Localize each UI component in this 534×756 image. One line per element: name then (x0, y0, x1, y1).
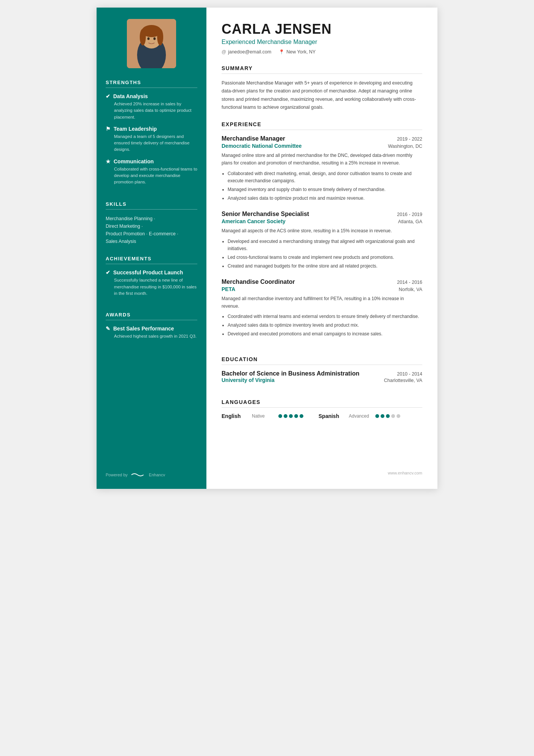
lang-dots-english (278, 414, 303, 418)
edu-subheader-1: University of Virginia Charlottesville, … (222, 377, 422, 383)
exp-header-1: Merchandise Manager 2019 - 2022 (222, 135, 422, 142)
dot-es-2 (381, 414, 384, 418)
summary-section: SUMMARY Passionate Merchandise Manager w… (222, 65, 422, 111)
strength-desc-1: Achieved 20% increase in sales by analyz… (106, 101, 197, 121)
exp-bullets-2: Developed and executed a merchandising s… (222, 238, 422, 270)
languages-section: LANGUAGES English Native Spanish Advanc (222, 399, 422, 419)
website-url: www.enhancv.com (388, 471, 422, 475)
exp-subheader-1: Democratic National Committee Washington… (222, 143, 422, 149)
strength-desc-3: Collaborated with cross-functional teams… (106, 166, 197, 186)
experience-entry-1: Merchandise Manager 2019 - 2022 Democrat… (222, 135, 422, 202)
exp-subheader-2: American Cancer Society Atlanta, GA (222, 218, 422, 224)
resume-container: STRENGTHS ✔ Data Analysis Achieved 20% i… (97, 8, 437, 489)
photo-container (106, 19, 197, 68)
award-desc-1: Achieved highest sales growth in 2021 Q3… (106, 333, 197, 340)
strength-desc-2: Managed a team of 5 designers and ensure… (106, 133, 197, 153)
exp-location-2: Atlanta, GA (398, 219, 422, 224)
experience-entry-3: Merchandise Coordinator 2014 - 2016 PETA… (222, 279, 422, 338)
experience-section: EXPERIENCE Merchandise Manager 2019 - 20… (222, 121, 422, 346)
skill-item-3: Product Promotion · E-commerce · (106, 230, 197, 238)
contact-row: @ janedoe@email.com 📍 New York, NY (222, 49, 422, 55)
dot-es-1 (375, 414, 379, 418)
exp-role-2: Senior Merchandise Specialist (222, 211, 309, 218)
pencil-icon: ✎ (106, 326, 110, 332)
edu-location-1: Charlottesville, VA (384, 378, 422, 383)
exp-location-1: Washington, DC (388, 144, 422, 149)
education-section-title: EDUCATION (222, 356, 422, 365)
edu-degree-1: Bachelor of Science in Business Administ… (222, 370, 359, 377)
dot-en-1 (278, 414, 282, 418)
exp-dates-1: 2019 - 2022 (397, 136, 422, 142)
education-section: EDUCATION Bachelor of Science in Busines… (222, 356, 422, 389)
checkmark-icon-1: ✔ (106, 93, 110, 99)
strengths-section: STRENGTHS ✔ Data Analysis Achieved 20% i… (106, 80, 197, 191)
exp-dates-3: 2014 - 2016 (397, 280, 422, 285)
dot-es-3 (386, 414, 390, 418)
dot-en-2 (284, 414, 287, 418)
summary-text: Passionate Merchandise Manager with 5+ y… (222, 79, 422, 111)
bullet-3-3: Developed and executed promotions and em… (228, 330, 422, 338)
candidate-title: Experienced Merchandise Manager (222, 39, 422, 45)
lang-level-spanish: Advanced (349, 413, 372, 419)
sidebar: STRENGTHS ✔ Data Analysis Achieved 20% i… (97, 8, 206, 489)
strength-title-3: ★ Communication (106, 158, 197, 164)
email-icon: @ (222, 49, 226, 55)
exp-desc-3: Managed all merchandise inventory and fu… (222, 295, 422, 310)
checkmark-icon-2: ✔ (106, 269, 110, 275)
skills-title: SKILLS (106, 201, 197, 210)
location-icon: 📍 (279, 49, 284, 55)
svg-point-5 (157, 29, 163, 45)
flag-icon: ⚑ (106, 126, 111, 132)
strength-title-2: ⚑ Team Leadership (106, 126, 197, 132)
award-item-1: ✎ Best Sales Performance Achieved highes… (106, 326, 197, 340)
language-spanish: Spanish Advanced (319, 413, 400, 419)
education-entry-1: Bachelor of Science in Business Administ… (222, 370, 422, 383)
dot-en-4 (294, 414, 298, 418)
exp-bullets-3: Coordinated with internal teams and exte… (222, 313, 422, 338)
achievement-title-1: ✔ Successful Product Launch (106, 269, 197, 275)
lang-level-english: Native (252, 413, 275, 419)
dot-es-5 (397, 414, 400, 418)
achievement-desc-1: Successfully launched a new line of merc… (106, 277, 197, 297)
skill-item-2: Direct Marketing · (106, 222, 197, 230)
exp-dates-2: 2016 - 2019 (397, 212, 422, 217)
lang-dots-spanish (375, 414, 400, 418)
strength-item-2: ⚑ Team Leadership Managed a team of 5 de… (106, 126, 197, 153)
exp-desc-2: Managed all aspects of the ACS online st… (222, 227, 422, 235)
exp-org-3: PETA (222, 286, 235, 292)
strength-item-3: ★ Communication Collaborated with cross-… (106, 158, 197, 186)
bullet-1-1: Collaborated with direct marketing, emai… (228, 170, 422, 185)
lang-name-english: English (222, 413, 248, 419)
main-content: CARLA JENSEN Experienced Merchandise Man… (206, 8, 437, 489)
award-title-1: ✎ Best Sales Performance (106, 326, 197, 332)
exp-org-1: Democratic National Committee (222, 143, 302, 149)
awards-title: AWARDS (106, 312, 197, 320)
exp-header-3: Merchandise Coordinator 2014 - 2016 (222, 279, 422, 285)
languages-section-title: LANGUAGES (222, 399, 422, 408)
main-footer: www.enhancv.com (222, 463, 422, 475)
experience-entry-2: Senior Merchandise Specialist 2016 - 201… (222, 211, 422, 270)
experience-section-title: EXPERIENCE (222, 121, 422, 130)
svg-point-4 (140, 29, 146, 45)
candidate-name: CARLA JENSEN (222, 21, 422, 37)
edu-dates-1: 2010 - 2014 (397, 371, 422, 377)
languages-row: English Native Spanish Advanced (222, 413, 422, 419)
edu-school-1: University of Virginia (222, 377, 275, 383)
exp-bullets-1: Collaborated with direct marketing, emai… (222, 170, 422, 202)
dot-en-5 (300, 414, 303, 418)
contact-location: 📍 New York, NY (279, 49, 315, 55)
language-english: English Native (222, 413, 303, 419)
profile-photo (127, 19, 176, 68)
achievement-item-1: ✔ Successful Product Launch Successfully… (106, 269, 197, 297)
dot-es-4 (391, 414, 395, 418)
achievements-title: ACHIEVEMENTS (106, 256, 197, 264)
bullet-2-1: Developed and executed a merchandising s… (228, 238, 422, 253)
skills-section: SKILLS Merchandise Planning · Direct Mar… (106, 201, 197, 245)
exp-subheader-3: PETA Norfolk, VA (222, 286, 422, 292)
exp-desc-1: Managed online store and all printed mer… (222, 152, 422, 167)
exp-role-3: Merchandise Coordinator (222, 279, 295, 285)
achievements-section: ACHIEVEMENTS ✔ Successful Product Launch… (106, 256, 197, 301)
powered-by-label: Powered by (106, 473, 128, 477)
bullet-3-1: Coordinated with internal teams and exte… (228, 313, 422, 321)
strength-item-1: ✔ Data Analysis Achieved 20% increase in… (106, 93, 197, 121)
